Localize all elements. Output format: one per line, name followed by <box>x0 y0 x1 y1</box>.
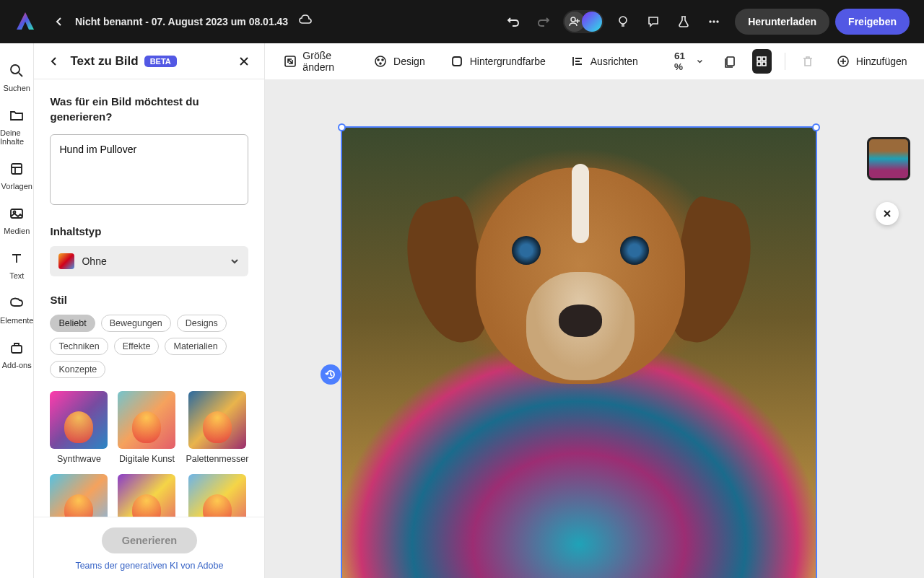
plus-circle-icon <box>836 54 850 69</box>
canvas-toolbar: Größe ändern Design Hintergrundfarbe Aus… <box>265 43 924 79</box>
rail-addons[interactable]: Add-ons <box>0 332 33 377</box>
comment-icon[interactable] <box>641 9 666 34</box>
tool-design[interactable]: Design <box>367 50 431 73</box>
selected-image-frame[interactable] <box>341 126 817 578</box>
svg-point-12 <box>378 59 379 61</box>
chip-techniken[interactable]: Techniken <box>50 338 108 355</box>
search-icon <box>8 62 25 79</box>
style-label: Stil <box>50 294 248 306</box>
folder-icon <box>8 107 25 124</box>
rail-your-content[interactable]: Deine Inhalte <box>0 100 33 153</box>
svg-rect-7 <box>11 209 22 218</box>
lightbulb-icon[interactable] <box>611 9 635 34</box>
tool-add[interactable]: Hinzufügen <box>830 50 913 73</box>
style-palette-knife[interactable]: Palettenmesser <box>186 391 248 464</box>
rail-search[interactable]: Suchen <box>0 55 33 100</box>
more-icon[interactable] <box>702 9 726 34</box>
chip-bewegungen[interactable]: Bewegungen <box>101 315 171 332</box>
app-header: Nicht benannt - 07. August 2023 um 08.01… <box>0 0 924 43</box>
user-avatar <box>582 12 602 32</box>
svg-rect-19 <box>757 62 761 66</box>
svg-rect-6 <box>12 164 22 174</box>
svg-point-5 <box>11 65 19 74</box>
svg-rect-17 <box>757 57 761 61</box>
chip-konzepte[interactable]: Konzepte <box>50 361 105 378</box>
undo-button[interactable] <box>501 9 526 34</box>
align-icon <box>570 54 585 69</box>
footer-link[interactable]: Teams der generativen KI von Adobe <box>50 561 248 571</box>
svg-point-13 <box>382 59 383 61</box>
style-synthwave[interactable]: Synthwave <box>50 391 108 464</box>
chip-effekte[interactable]: Effekte <box>114 338 160 355</box>
generated-image <box>342 128 816 578</box>
variant-thumbnail[interactable] <box>867 137 910 180</box>
prompt-heading: Was für ein Bild möchtest du generieren? <box>50 94 248 124</box>
background-icon <box>450 54 464 69</box>
history-button[interactable] <box>321 364 341 385</box>
resize-handle-tr[interactable] <box>812 123 820 131</box>
rail-elements[interactable]: Elemente <box>0 287 33 332</box>
content-type-label: Inhaltstyp <box>50 225 248 237</box>
content-type-value: Ohne <box>82 255 230 267</box>
svg-rect-18 <box>762 57 766 61</box>
canvas-viewport[interactable] <box>265 79 924 578</box>
prompt-input[interactable] <box>50 134 248 205</box>
content-type-select[interactable]: Ohne <box>50 246 248 276</box>
style-chips: Beliebt Bewegungen Designs Techniken Eff… <box>50 315 248 378</box>
header-back-button[interactable] <box>49 12 69 32</box>
svg-point-3 <box>712 20 715 22</box>
document-title[interactable]: Nicht benannt - 07. August 2023 um 08.01… <box>75 16 288 27</box>
style-item-6[interactable] <box>186 474 248 517</box>
svg-point-14 <box>380 63 381 64</box>
cloud-status-icon <box>298 13 313 30</box>
share-button[interactable]: Freigeben <box>835 9 910 35</box>
variant-close-button[interactable] <box>876 202 899 225</box>
style-grid: Synthwave Digitale Kunst Palettenmesser <box>50 391 248 517</box>
content-type-thumb <box>58 253 74 269</box>
style-digital-art[interactable]: Digitale Kunst <box>118 391 175 464</box>
addons-icon <box>8 339 25 356</box>
svg-point-2 <box>709 20 711 22</box>
tool-align[interactable]: Ausrichten <box>565 50 644 73</box>
tool-background[interactable]: Hintergrundfarbe <box>444 50 552 73</box>
svg-rect-20 <box>762 62 766 66</box>
download-button[interactable]: Herunterladen <box>735 9 829 35</box>
panel-back-button[interactable] <box>45 53 63 70</box>
media-icon <box>8 205 25 222</box>
style-item-5[interactable] <box>118 474 175 517</box>
resize-icon <box>284 54 297 69</box>
templates-icon <box>8 160 25 178</box>
beta-badge: BETA <box>144 56 177 67</box>
canvas-area: Größe ändern Design Hintergrundfarbe Aus… <box>265 43 924 578</box>
svg-rect-16 <box>727 57 734 66</box>
text-to-image-panel: Text zu Bild BETA Was für ein Bild möcht… <box>34 43 265 578</box>
left-rail: Suchen Deine Inhalte Vorlagen Medien Tex… <box>0 43 34 578</box>
shapes-icon <box>8 294 25 312</box>
redo-button[interactable] <box>531 9 556 34</box>
svg-rect-15 <box>453 57 461 66</box>
tool-resize[interactable]: Größe ändern <box>278 45 354 77</box>
panel-footer: Generieren Teams der generativen KI von … <box>34 517 264 578</box>
chevron-down-icon <box>697 57 703 66</box>
rail-text[interactable]: Text <box>0 242 33 287</box>
design-icon <box>373 54 388 69</box>
panel-header: Text zu Bild BETA <box>34 43 264 79</box>
chevron-down-icon <box>230 256 240 266</box>
generate-button[interactable]: Generieren <box>102 527 198 553</box>
rail-templates[interactable]: Vorlagen <box>0 153 33 198</box>
style-item-4[interactable] <box>50 474 108 517</box>
delete-button[interactable] <box>798 49 817 74</box>
rail-media[interactable]: Medien <box>0 198 33 242</box>
svg-point-11 <box>375 56 385 66</box>
zoom-control[interactable]: 61 % <box>670 51 707 72</box>
chip-materialien[interactable]: Materialien <box>165 338 226 355</box>
panel-title: Text zu Bild <box>70 54 138 69</box>
panel-close-button[interactable] <box>235 53 253 70</box>
chip-beliebt[interactable]: Beliebt <box>50 315 95 332</box>
grid-view-button[interactable] <box>752 49 772 74</box>
collaborators[interactable] <box>563 10 603 33</box>
pages-button[interactable] <box>720 49 740 74</box>
beaker-icon[interactable] <box>671 9 696 34</box>
app-logo <box>14 11 36 32</box>
chip-designs[interactable]: Designs <box>177 315 227 332</box>
